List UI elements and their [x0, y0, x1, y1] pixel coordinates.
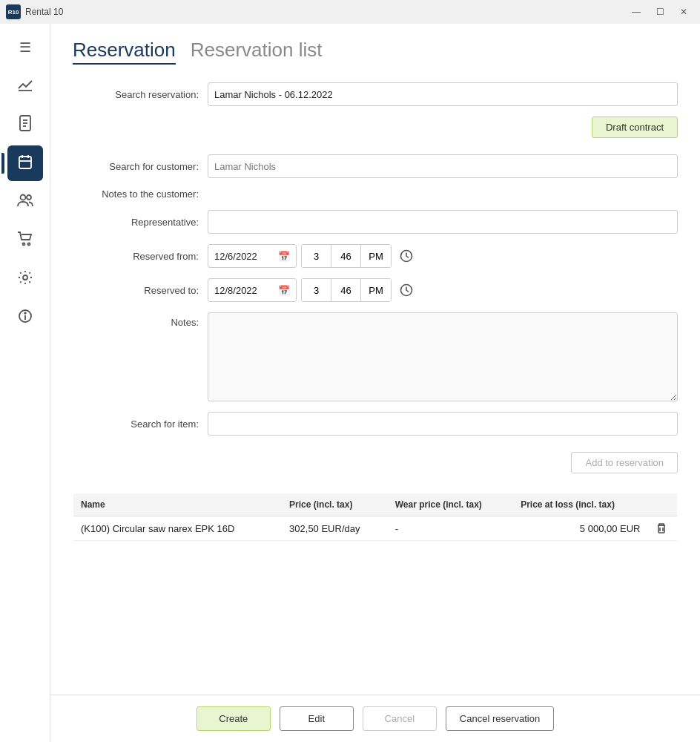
delete-item-button[interactable]: [656, 522, 667, 534]
app-container: ☰: [0, 24, 700, 742]
reservation-list-tab[interactable]: Reservation list: [191, 39, 323, 62]
notes-customer-label: Notes to the customer:: [73, 188, 199, 200]
reserved-from-row: Reserved from: 12/6/2022 📅: [73, 244, 678, 268]
reserved-from-datetime: 12/6/2022 📅: [208, 244, 678, 268]
menu-icon: ☰: [19, 39, 31, 56]
svg-rect-5: [19, 157, 31, 168]
draft-contract-button[interactable]: Draft contract: [592, 116, 678, 138]
table-body: (K100) Circular saw narex EPK 16D 302,50…: [73, 516, 678, 600]
col-price: Price (incl. tax): [282, 493, 388, 516]
svg-point-10: [27, 195, 31, 200]
reserved-from-hour[interactable]: [302, 245, 331, 267]
reserved-to-date[interactable]: 12/8/2022 📅: [208, 278, 297, 302]
svg-point-16: [24, 312, 26, 314]
calendar-to-icon: 📅: [278, 285, 290, 296]
sidebar-item-users[interactable]: [7, 184, 43, 220]
item-price: 302,50 EUR/day: [282, 516, 388, 541]
sidebar-item-document[interactable]: [7, 107, 43, 142]
close-button[interactable]: ✕: [673, 3, 694, 21]
notes-row: Notes:: [73, 312, 678, 401]
svg-point-11: [22, 243, 24, 245]
users-icon: [17, 193, 33, 211]
reserved-to-hour[interactable]: [302, 279, 331, 301]
col-wear-price: Wear price (incl. tax): [388, 493, 513, 516]
info-icon: [18, 309, 33, 327]
table-header: Name Price (incl. tax) Wear price (incl.…: [73, 493, 678, 516]
bottom-toolbar: Create Edit Cancel Cancel reservation: [50, 695, 700, 742]
reservation-form: Search reservation: Draft contract Searc…: [73, 82, 678, 600]
reserved-to-minute[interactable]: [331, 279, 361, 301]
search-customer-row: Search for customer:: [73, 154, 678, 178]
item-wear-price: -: [388, 516, 513, 541]
search-customer-input[interactable]: [208, 154, 678, 178]
search-item-label: Search for item:: [73, 418, 199, 430]
search-customer-label: Search for customer:: [73, 161, 199, 172]
search-reservation-input[interactable]: [208, 82, 678, 106]
reserved-from-ampm[interactable]: [361, 245, 391, 267]
sidebar-item-info[interactable]: [7, 300, 43, 335]
maximize-button[interactable]: ☐: [650, 3, 670, 21]
col-actions: [648, 493, 678, 516]
notes-label: Notes:: [73, 312, 199, 328]
search-item-row: Search for item:: [73, 412, 678, 436]
chart-icon: [17, 76, 33, 96]
reserved-to-date-value: 12/8/2022: [214, 285, 257, 296]
calendar-from-icon: 📅: [278, 251, 290, 262]
gear-icon: [18, 270, 33, 289]
item-price-at-loss: 5 000,00 EUR: [513, 516, 647, 541]
representative-label: Representative:: [73, 217, 199, 228]
calendar-icon: [18, 154, 33, 173]
sidebar-item-settings[interactable]: [7, 261, 43, 297]
svg-point-12: [27, 243, 30, 245]
reserved-from-label: Reserved from:: [73, 251, 199, 262]
sidebar-item-chart[interactable]: [7, 68, 43, 104]
reserved-from-date-value: 12/6/2022: [214, 251, 257, 262]
col-name: Name: [73, 493, 283, 516]
reservation-tab[interactable]: Reservation: [73, 39, 176, 65]
page-header: Reservation Reservation list: [73, 39, 678, 65]
clock-from-button[interactable]: [396, 246, 417, 266]
app-logo: R10: [6, 4, 21, 19]
create-button[interactable]: Create: [197, 706, 271, 731]
table-empty-row: [73, 541, 678, 600]
table-row: (K100) Circular saw narex EPK 16D 302,50…: [73, 516, 678, 541]
reserved-to-ampm[interactable]: [361, 279, 391, 301]
sidebar-item-cart[interactable]: [7, 223, 43, 258]
add-reservation-row: Add to reservation: [73, 452, 678, 473]
add-to-reservation-button[interactable]: Add to reservation: [571, 452, 678, 473]
sidebar: ☰: [0, 24, 50, 742]
cancel-reservation-button[interactable]: Cancel reservation: [446, 706, 554, 731]
search-reservation-label: Search reservation:: [73, 89, 199, 100]
representative-input[interactable]: [208, 210, 678, 234]
minimize-button[interactable]: —: [626, 3, 647, 21]
reserved-to-datetime: 12/8/2022 📅: [208, 278, 678, 302]
edit-button[interactable]: Edit: [280, 706, 354, 731]
window-controls: — ☐ ✕: [626, 3, 694, 21]
reserved-from-minute[interactable]: [331, 245, 361, 267]
app-title: Rental 10: [25, 7, 626, 17]
svg-point-9: [20, 194, 25, 200]
clock-to-button[interactable]: [396, 280, 417, 301]
search-item-input[interactable]: [208, 412, 678, 436]
document-icon: [18, 115, 33, 135]
notes-textarea[interactable]: [208, 312, 678, 401]
main-content: Reservation Reservation list Search rese…: [50, 24, 700, 742]
reserved-to-row: Reserved to: 12/8/2022 📅: [73, 278, 678, 302]
representative-row: Representative:: [73, 210, 678, 234]
titlebar: R10 Rental 10 — ☐ ✕: [0, 0, 700, 24]
reserved-from-time-group: [301, 244, 392, 268]
draft-contract-row: Draft contract: [73, 116, 678, 138]
search-reservation-row: Search reservation:: [73, 82, 678, 106]
item-name: (K100) Circular saw narex EPK 16D: [73, 516, 283, 541]
reserved-from-date[interactable]: 12/6/2022 📅: [208, 244, 297, 268]
cart-icon: [17, 232, 33, 250]
table-header-row: Name Price (incl. tax) Wear price (incl.…: [73, 493, 678, 516]
reserved-to-time-group: [301, 278, 392, 302]
notes-customer-row: Notes to the customer:: [73, 188, 678, 200]
sidebar-item-menu[interactable]: ☰: [7, 30, 43, 65]
items-table: Name Price (incl. tax) Wear price (incl.…: [73, 493, 678, 600]
svg-point-13: [23, 275, 27, 280]
cancel-button: Cancel: [363, 706, 437, 731]
item-delete-cell: [648, 516, 678, 541]
sidebar-item-calendar[interactable]: [7, 145, 43, 181]
